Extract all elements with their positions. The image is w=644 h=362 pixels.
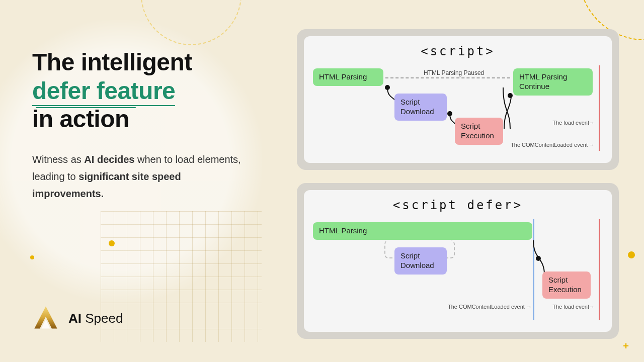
dom-event-label: The COMContentLoaded event → [448, 304, 532, 310]
dom-event-text: The COMContentLoaded event → [511, 142, 595, 148]
panel-script: <script> HTML Parsing HTML Parsing Pause… [297, 29, 619, 170]
subheading: Witness as AI decides when to load eleme… [32, 151, 249, 202]
brand-logo-icon [32, 305, 59, 332]
brand-name: AI Speed [68, 311, 123, 326]
box-script-download: Script Download [394, 94, 447, 121]
sub-pre: Witness as [32, 154, 84, 165]
dom-event-label: The COMContentLoaded event → [511, 142, 595, 148]
headline-accent: defer feature [32, 77, 175, 106]
box-script-execution: Script Execution [455, 118, 503, 145]
panel-script-timeline: HTML Parsing HTML Parsing Paused HTML Pa… [313, 65, 603, 151]
box-html-parsing: HTML Parsing [313, 222, 532, 240]
headline-line1: The intelligent [32, 49, 192, 75]
panel-script-defer-inner: <script defer> HTML Parsing Script Downl… [304, 190, 612, 332]
connector-node [385, 85, 390, 90]
diagram-panels: <script> HTML Parsing HTML Parsing Pause… [297, 29, 619, 339]
connector-node [508, 93, 513, 98]
box-html-continue: HTML Parsing Continue [513, 68, 593, 96]
bg-dot [628, 251, 635, 258]
bg-dot [109, 240, 115, 246]
panel-script-defer: <script defer> HTML Parsing Script Downl… [297, 183, 619, 339]
panel-script-title: <script> [313, 44, 603, 58]
domcontentloaded-line [533, 219, 534, 320]
box-script-download: Script Download [394, 247, 447, 275]
load-event-line [599, 219, 600, 320]
brand: AI Speed [32, 305, 123, 332]
load-event-text: The load event→ [552, 304, 595, 310]
dom-event-text: The COMContentLoaded event → [448, 304, 532, 310]
load-event-label: The load event→ [552, 120, 595, 126]
paused-dashed-line [385, 77, 510, 78]
load-event-label: The load event→ [552, 304, 595, 310]
headline-line3: in action [32, 106, 129, 132]
connector-node [536, 256, 541, 261]
brand-name-bold: AI [68, 311, 82, 326]
hero-copy: The intelligent defer feature in action … [32, 48, 269, 202]
load-event-line [599, 65, 600, 151]
headline: The intelligent defer feature in action [32, 48, 269, 134]
paused-label: HTML Parsing Paused [424, 69, 484, 76]
bg-dot [30, 255, 34, 259]
panel-script-inner: <script> HTML Parsing HTML Parsing Pause… [304, 36, 612, 163]
box-script-execution: Script Execution [542, 272, 591, 299]
panel-defer-timeline: HTML Parsing Script Download Script Exec… [313, 219, 603, 320]
bg-arc-upperleft [141, 0, 242, 45]
bg-plus: + [623, 340, 629, 352]
load-event-text: The load event→ [552, 120, 595, 126]
sub-bold1: AI decides [84, 154, 134, 165]
box-html-parsing: HTML Parsing [313, 68, 383, 86]
panel-defer-title: <script defer> [313, 198, 603, 212]
bg-grid [101, 211, 262, 342]
connector-node [447, 111, 452, 116]
brand-name-rest: Speed [82, 311, 123, 326]
